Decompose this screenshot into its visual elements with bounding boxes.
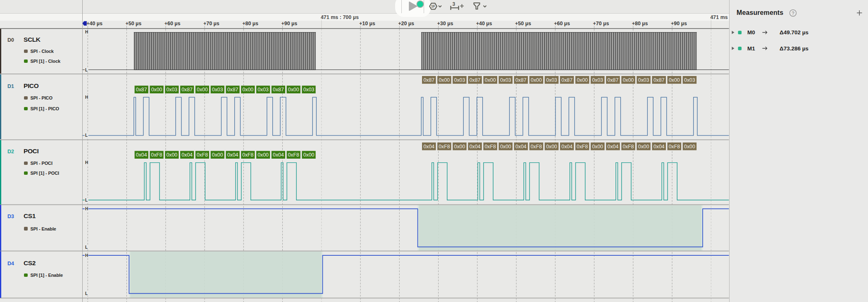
svg-text:471 ms : 700 µs: 471 ms : 700 µs	[321, 14, 359, 20]
svg-text:+50 µs: +50 µs	[125, 21, 141, 26]
svg-text:0x87: 0x87	[470, 77, 481, 83]
svg-text:0x00: 0x00	[500, 144, 511, 150]
svg-text:+80 µs: +80 µs	[242, 21, 258, 26]
svg-text:0x03: 0x03	[684, 77, 695, 83]
svg-text:0x03: 0x03	[166, 87, 177, 93]
svg-text:0x00: 0x00	[166, 152, 177, 158]
svg-text:0xF8: 0xF8	[669, 144, 680, 150]
svg-text:0x87: 0x87	[423, 77, 434, 83]
svg-text:L: L	[85, 245, 88, 250]
svg-text:0x87: 0x87	[181, 87, 193, 93]
svg-text:0x00: 0x00	[684, 144, 695, 150]
svg-text:0x00: 0x00	[454, 144, 465, 150]
svg-text:0x00: 0x00	[577, 77, 588, 83]
svg-text:0x04: 0x04	[136, 152, 147, 158]
svg-text:0x87: 0x87	[136, 87, 147, 93]
svg-text:+70 µs: +70 µs	[593, 21, 609, 26]
svg-text:0x00: 0x00	[623, 77, 634, 83]
svg-text:0x04: 0x04	[227, 152, 238, 158]
svg-text:0x04: 0x04	[561, 144, 572, 150]
svg-text:+60 µs: +60 µs	[165, 21, 181, 26]
svg-text:0x00: 0x00	[242, 87, 253, 93]
svg-text:0x00: 0x00	[303, 152, 315, 158]
svg-text:+40 µs: +40 µs	[86, 21, 103, 26]
svg-text:0x03: 0x03	[212, 87, 223, 93]
svg-text:?: ?	[792, 11, 794, 16]
svg-text:L: L	[85, 68, 88, 72]
svg-text:471 ms : 800 µs: 471 ms : 800 µs	[710, 14, 729, 20]
svg-text:+10 µs: +10 µs	[359, 21, 375, 26]
svg-text:0x04: 0x04	[653, 144, 665, 150]
svg-text:0x87: 0x87	[227, 87, 238, 93]
svg-text:0x04: 0x04	[515, 144, 527, 150]
svg-text:0x00: 0x00	[258, 152, 269, 158]
svg-text:Δ73.286 µs: Δ73.286 µs	[780, 45, 808, 52]
svg-text:0x03: 0x03	[454, 77, 465, 83]
svg-text:0x87: 0x87	[653, 77, 665, 83]
svg-text:+50 µs: +50 µs	[515, 21, 531, 26]
svg-text:0x04: 0x04	[470, 144, 481, 150]
svg-text:+80 µs: +80 µs	[632, 21, 648, 26]
svg-text:Δ49.702 µs: Δ49.702 µs	[780, 29, 808, 36]
svg-text:H: H	[85, 207, 88, 211]
svg-text:+30 µs: +30 µs	[437, 21, 453, 26]
svg-text:H: H	[85, 253, 88, 258]
svg-text:0x87: 0x87	[273, 87, 284, 93]
svg-text:0x00: 0x00	[288, 87, 299, 93]
svg-text:+90 µs: +90 µs	[281, 21, 297, 26]
svg-text:0xF8: 0xF8	[622, 144, 634, 150]
svg-text:0x03: 0x03	[303, 87, 315, 93]
svg-text:+70 µs: +70 µs	[203, 21, 219, 26]
svg-text:+60 µs: +60 µs	[554, 21, 570, 26]
svg-text:L: L	[85, 133, 88, 138]
svg-text:3: 3	[453, 1, 455, 7]
svg-text:0x03: 0x03	[500, 77, 511, 83]
svg-text:0xF8: 0xF8	[151, 152, 162, 158]
svg-text:0x00: 0x00	[592, 144, 603, 150]
svg-text:0x03: 0x03	[258, 87, 269, 93]
svg-text:0xF8: 0xF8	[439, 144, 450, 150]
svg-text:0x87: 0x87	[561, 77, 572, 83]
svg-text:H: H	[85, 30, 88, 34]
svg-text:L: L	[85, 291, 88, 296]
svg-text:0x00: 0x00	[546, 144, 557, 150]
svg-text:0x03: 0x03	[592, 77, 603, 83]
svg-text:0xF8: 0xF8	[577, 144, 588, 150]
svg-text:0xF8: 0xF8	[197, 152, 208, 158]
svg-text:0xF8: 0xF8	[288, 152, 299, 158]
svg-text:0x04: 0x04	[608, 144, 619, 150]
svg-text:0x04: 0x04	[423, 144, 434, 150]
svg-text:0x00: 0x00	[439, 77, 450, 83]
svg-text:0xF8: 0xF8	[484, 144, 496, 150]
svg-text:H: H	[85, 95, 88, 100]
svg-text:0xF8: 0xF8	[531, 144, 542, 150]
svg-text:0x00: 0x00	[151, 87, 162, 93]
svg-text:+40 µs: +40 µs	[476, 21, 492, 26]
svg-text:+20 µs: +20 µs	[398, 21, 414, 26]
svg-text:0x00: 0x00	[638, 144, 649, 150]
svg-text:0xF8: 0xF8	[242, 152, 253, 158]
svg-text:0x00: 0x00	[197, 87, 208, 93]
svg-text:0x00: 0x00	[485, 77, 496, 83]
svg-text:0x04: 0x04	[181, 152, 193, 158]
svg-text:0x87: 0x87	[608, 77, 619, 83]
svg-text:M0: M0	[747, 29, 755, 36]
svg-text:0x00: 0x00	[212, 152, 223, 158]
svg-text:+90 µs: +90 µs	[671, 21, 687, 26]
svg-text:0x00: 0x00	[669, 77, 680, 83]
svg-text:0x00: 0x00	[531, 77, 542, 83]
svg-text:0x03: 0x03	[546, 77, 557, 83]
svg-text:M1: M1	[747, 45, 755, 52]
svg-text:H: H	[85, 160, 88, 165]
svg-text:0x03: 0x03	[638, 77, 649, 83]
svg-text:0x04: 0x04	[273, 152, 284, 158]
svg-text:1F: 1F	[431, 4, 435, 8]
svg-text:0x87: 0x87	[515, 77, 527, 83]
svg-text:L: L	[85, 198, 88, 202]
